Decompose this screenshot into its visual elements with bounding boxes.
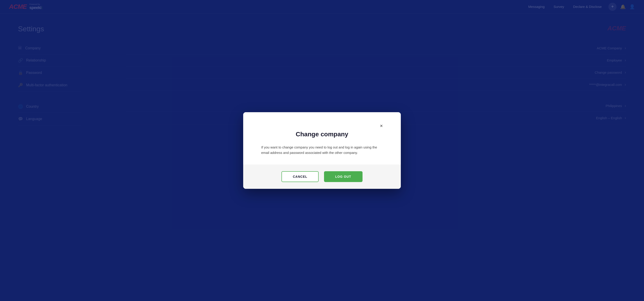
modal-footer: CANCEL LOG OUT [243,164,401,189]
logout-button[interactable]: LOG OUT [324,171,362,182]
modal-description: If you want to change company you need t… [261,145,383,155]
modal-header: × [261,123,383,128]
modal-close-button[interactable]: × [380,123,383,128]
cancel-button[interactable]: CANCEL [282,171,318,182]
modal-body: × Change company If you want to change c… [243,112,401,164]
modal-overlay: × Change company If you want to change c… [0,0,644,301]
change-company-modal: × Change company If you want to change c… [243,112,401,189]
modal-title: Change company [261,131,383,138]
